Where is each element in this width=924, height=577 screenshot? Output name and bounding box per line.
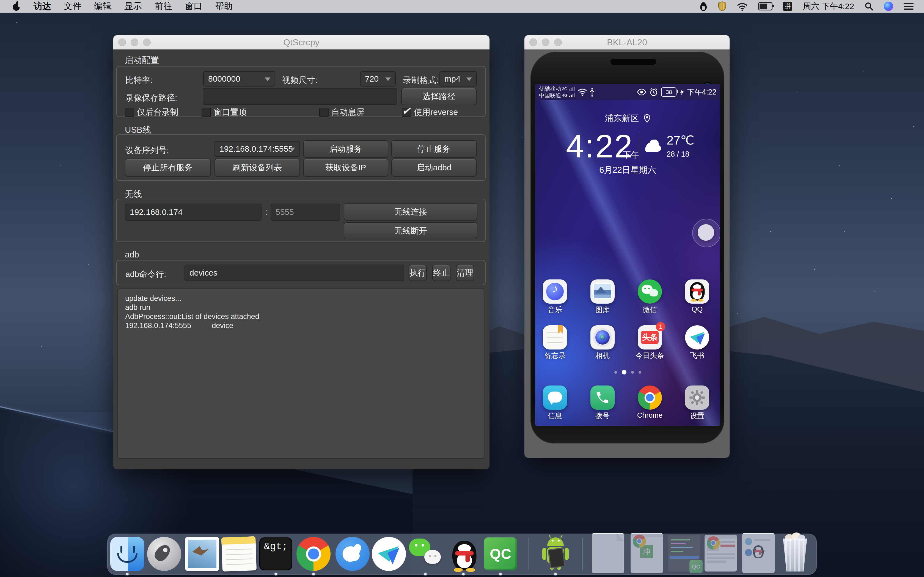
usb-status-icon	[589, 87, 595, 97]
checkbox-always-on-top[interactable]: 窗口置顶	[202, 106, 247, 118]
app-gallery[interactable]	[590, 279, 615, 304]
start-service-button[interactable]: 启动服务	[303, 140, 388, 158]
wifi-menubar-icon[interactable]	[737, 2, 748, 11]
get-device-ip-button[interactable]: 获取设备IP	[303, 158, 388, 177]
app-lark[interactable]	[685, 325, 709, 350]
phone-window-titlebar[interactable]: BKL-AL20	[524, 35, 730, 50]
stop-service-button[interactable]: 停止服务	[391, 140, 477, 158]
page-dot[interactable]	[638, 371, 641, 374]
weather-cloud-icon[interactable]	[645, 140, 663, 152]
checkbox-label: 自动息屏	[331, 106, 364, 118]
menubar-clock[interactable]: 周六 下午4:22	[803, 1, 854, 12]
app-messages[interactable]	[543, 385, 567, 410]
app-chrome[interactable]	[638, 385, 662, 410]
video-size-label: 视频尺寸:	[282, 75, 317, 86]
dock-item-chrome[interactable]	[296, 536, 332, 572]
app-qq[interactable]	[685, 279, 709, 304]
dock-item-notes[interactable]	[221, 536, 257, 572]
app-camera[interactable]	[590, 325, 615, 350]
video-size-select[interactable]: 720	[360, 71, 396, 87]
menu-finder[interactable]: 访达	[34, 0, 51, 12]
app-label: 今日头条	[626, 351, 674, 361]
siri-icon[interactable]	[884, 2, 893, 11]
device-serial-select[interactable]: 192.168.0.174:5555	[215, 141, 300, 157]
app-music[interactable]: ♪	[543, 279, 567, 304]
dock-item-lark[interactable]	[371, 536, 407, 572]
qq-menubar-icon[interactable]	[699, 2, 708, 11]
menu-file[interactable]: 文件	[64, 0, 81, 12]
dock-item-terminal[interactable]: &gt;_	[258, 536, 294, 572]
dock-item-qq[interactable]	[445, 536, 481, 572]
checkbox-screen-off[interactable]: 自动息屏	[319, 106, 364, 118]
location-row[interactable]: 浦东新区	[535, 113, 720, 124]
record-format-value: mp4	[444, 74, 460, 84]
menu-window[interactable]: 窗口	[185, 0, 202, 12]
wireless-port-input[interactable]: 5555	[271, 204, 340, 221]
dock-item-finder[interactable]	[109, 536, 145, 572]
checkbox-box[interactable]	[202, 108, 211, 117]
qtscrcpy-titlebar[interactable]: QtScrcpy	[113, 35, 489, 50]
menu-view[interactable]: 显示	[124, 0, 142, 12]
checkbox-box-checked[interactable]	[402, 108, 411, 117]
checkbox-use-reverse[interactable]: 使用reverse	[402, 106, 458, 118]
wireless-ip-input[interactable]: 192.168.0.174	[125, 204, 262, 221]
refresh-device-list-button[interactable]: 刷新设备列表	[215, 158, 300, 177]
app-wechat[interactable]	[638, 279, 662, 304]
shield-menubar-icon[interactable]	[718, 2, 726, 11]
dialer-icon	[595, 390, 610, 405]
dock-item-trash[interactable]	[777, 536, 813, 572]
menu-help[interactable]: 帮助	[215, 0, 233, 12]
adb-clear-button[interactable]: 清理	[456, 264, 474, 281]
dock-item-qtcreator[interactable]: QC	[482, 536, 519, 572]
dock-item-wechat[interactable]	[407, 536, 444, 572]
choose-path-button[interactable]: 选择路径	[401, 88, 477, 105]
bitrate-select[interactable]: 8000000	[203, 71, 275, 87]
spotlight-search-icon[interactable]	[864, 2, 873, 11]
notification-center-icon[interactable]	[904, 3, 914, 10]
notes-icon	[221, 536, 257, 572]
record-format-select[interactable]: mp4	[439, 71, 477, 87]
adb-terminate-button[interactable]: 终止	[432, 264, 451, 281]
app-dialer[interactable]	[590, 385, 615, 410]
phone-screen[interactable]: 优酷移动3G 中国联通4G	[535, 84, 720, 426]
dock-item-launchpad[interactable]	[146, 536, 183, 572]
input-method-icon[interactable]: 拼	[783, 2, 792, 11]
dock-item-scrcpy-android[interactable]	[537, 536, 573, 572]
checkbox-box[interactable]	[319, 108, 329, 117]
adb-execute-button[interactable]: 执行	[409, 264, 427, 281]
app-settings[interactable]	[685, 385, 709, 410]
page-dot[interactable]	[631, 371, 634, 374]
phone-window-title: BKL-AL20	[524, 37, 730, 48]
network-type-1: 3G	[562, 87, 567, 91]
checkbox-label: 使用reverse	[414, 106, 458, 118]
adb-log-output[interactable]: update devices... adb run AdbProcess::ou…	[118, 288, 484, 459]
charging-bolt-icon	[680, 89, 684, 96]
qtscrcpy-window: QtScrcpy 启动配置 比特率: 8000000 视频尺寸: 720 录制格…	[113, 35, 489, 469]
menu-go[interactable]: 前往	[155, 0, 172, 12]
app-toutiao[interactable]: 头条 1	[638, 325, 662, 350]
battery-menubar-icon[interactable]	[758, 2, 772, 10]
qq-icon	[690, 282, 705, 301]
checkbox-box[interactable]	[125, 108, 134, 117]
app-memo[interactable]	[543, 325, 567, 350]
checkbox-background-record[interactable]: 仅后台录制	[125, 106, 178, 118]
terminal-icon: &gt;_	[259, 537, 292, 571]
start-adbd-button[interactable]: 启动adbd	[391, 158, 477, 177]
floating-navigation-ball[interactable]	[698, 224, 714, 241]
app-label: 设置	[673, 411, 720, 421]
dock-item-mail[interactable]	[184, 536, 220, 572]
adb-command-input[interactable]: devices	[184, 264, 404, 281]
phone-bezel: 优酷移动3G 中国联通4G	[530, 52, 724, 443]
wireless-disconnect-button[interactable]: 无线断开	[344, 222, 477, 239]
app-label: 图库	[578, 305, 627, 314]
wireless-connect-button[interactable]: 无线连接	[344, 203, 477, 221]
location-name: 浦东新区	[605, 113, 639, 123]
dock-item-blue-seal-app[interactable]	[334, 536, 371, 572]
app-label: QQ	[673, 305, 720, 314]
menu-edit[interactable]: 编辑	[94, 0, 111, 12]
apple-logo-icon[interactable]	[12, 1, 21, 11]
stop-all-services-button[interactable]: 停止所有服务	[125, 158, 211, 177]
record-path-input[interactable]	[203, 88, 397, 105]
page-dot[interactable]	[614, 371, 617, 374]
page-dot-active[interactable]	[622, 370, 627, 374]
